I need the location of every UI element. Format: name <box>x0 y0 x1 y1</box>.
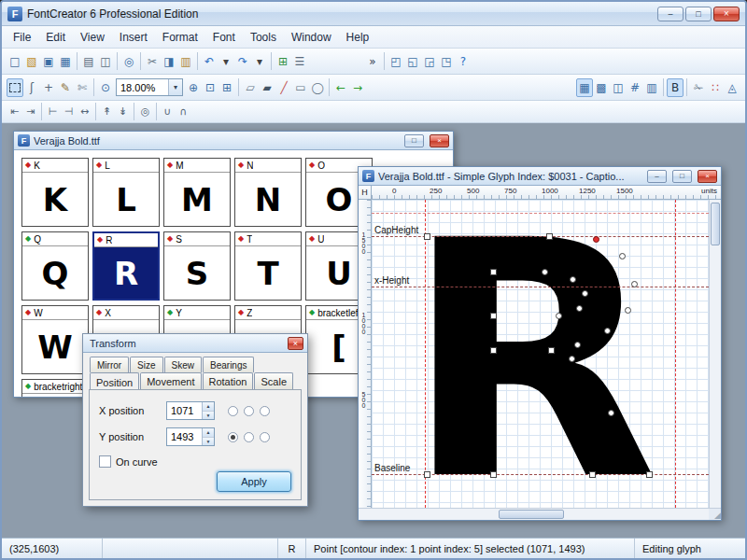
advance-width-button[interactable]: ↔ <box>77 104 92 119</box>
control-point[interactable] <box>556 313 562 319</box>
open-font-button[interactable]: ▧ <box>23 52 40 71</box>
chevron-down-icon[interactable]: ▾ <box>168 79 182 95</box>
tab-bearings[interactable]: Bearings <box>203 357 254 372</box>
guidelines-toggle-button[interactable]: ◫ <box>610 78 627 97</box>
fill-outline-toggle-button[interactable]: ▰ <box>259 78 275 97</box>
intersect-contours-button[interactable]: ∩ <box>176 104 191 119</box>
select-tool-button[interactable] <box>7 78 23 97</box>
resize-grip-icon[interactable]: ◢ <box>709 508 721 520</box>
tab-size[interactable]: Size <box>130 357 162 372</box>
glyph-outline[interactable]: R <box>404 200 658 508</box>
undo-button[interactable]: ↶ <box>201 52 218 71</box>
labels-toggle-button[interactable]: B <box>667 78 684 97</box>
anchor-radio[interactable] <box>260 432 270 442</box>
left-bearing-button[interactable]: ⊢ <box>45 104 61 119</box>
anchor-radio[interactable] <box>228 406 238 416</box>
window-cascade-button[interactable]: ◰ <box>388 52 404 71</box>
menu-format[interactable]: Format <box>155 28 205 47</box>
copy-button[interactable]: ◨ <box>161 52 177 71</box>
zoom-combo[interactable]: 18.00%▾ <box>116 78 183 96</box>
save-font-button[interactable]: ▣ <box>40 52 57 71</box>
draw-contour-tool-button[interactable]: ✎ <box>57 78 74 97</box>
menu-tools[interactable]: Tools <box>243 28 284 47</box>
tab-mirror[interactable]: Mirror <box>90 357 129 372</box>
anchor-radio[interactable] <box>228 432 238 442</box>
editor-title-bar[interactable]: F Verajja Bold.ttf - Simple Glyph Index:… <box>359 167 721 186</box>
control-point[interactable] <box>646 471 653 478</box>
move-down-button[interactable]: ↡ <box>115 104 131 119</box>
horizontal-scrollbar[interactable] <box>359 508 709 520</box>
menu-help[interactable]: Help <box>339 28 377 47</box>
control-point[interactable] <box>542 269 548 275</box>
control-point[interactable] <box>569 356 575 362</box>
maximize-button[interactable]: □ <box>685 7 712 21</box>
anchor-radio[interactable] <box>260 406 270 416</box>
glyph-properties-button[interactable]: ☰ <box>291 52 308 71</box>
minimize-button[interactable]: – <box>657 7 684 21</box>
vertical-scrollbar[interactable] <box>709 200 721 508</box>
tab-scale[interactable]: Scale <box>254 372 293 389</box>
control-point[interactable] <box>490 269 497 275</box>
menu-file[interactable]: File <box>6 28 38 47</box>
y-spin-down-icon[interactable]: ▼ <box>203 438 214 446</box>
control-point[interactable] <box>619 253 626 259</box>
zoom-glyph-button[interactable]: ⊞ <box>218 78 235 97</box>
print-preview-button[interactable]: ◫ <box>97 52 114 71</box>
transform-dialog[interactable]: Transform × MirrorSizeSkewBearings Posit… <box>82 333 308 507</box>
overview-title-bar[interactable]: F Verajja Bold.ttf □ × <box>14 132 453 150</box>
control-point[interactable] <box>625 307 631 314</box>
glyph-canvas[interactable]: R CapHeightx-HeightBaseline <box>372 200 709 508</box>
knife-tool-button[interactable]: ✄ <box>74 78 91 97</box>
glyph-cell[interactable]: ◆QQ <box>21 231 89 301</box>
undo-menu-button[interactable]: ▾ <box>218 52 234 71</box>
control-point[interactable] <box>631 281 638 287</box>
glyph-cell[interactable]: ◆MM <box>163 158 231 227</box>
control-point[interactable] <box>582 290 588 297</box>
glyph-cell[interactable]: ◆KK <box>21 158 89 227</box>
vertical-scrollbar-thumb[interactable] <box>711 203 720 245</box>
y-position-value[interactable]: 1493 <box>167 428 202 445</box>
menu-font[interactable]: Font <box>205 28 243 47</box>
editor-maximize-button[interactable]: □ <box>672 170 692 183</box>
control-point-selected[interactable] <box>593 236 599 243</box>
left-sidebearing-guide[interactable] <box>425 200 426 508</box>
previous-glyph-button[interactable]: ← <box>332 78 349 97</box>
close-button[interactable]: × <box>713 7 740 21</box>
zoom-tool-button[interactable]: ⊙ <box>97 78 114 97</box>
control-point[interactable] <box>608 410 614 416</box>
menu-view[interactable]: View <box>73 28 112 47</box>
control-point[interactable] <box>490 347 497 354</box>
cut-button[interactable]: ✂ <box>144 52 161 71</box>
right-sidebearing-guide[interactable] <box>675 200 676 508</box>
control-point[interactable] <box>424 471 430 478</box>
zoom-to-fit-button[interactable]: ⊡ <box>202 78 218 97</box>
x-spin-down-icon[interactable]: ▼ <box>203 412 214 420</box>
snap-to-grid-button[interactable]: # <box>627 78 643 97</box>
x-position-input[interactable]: 1071 ▲ ▼ <box>166 401 215 420</box>
panel-overview-button[interactable]: ◳ <box>438 52 455 71</box>
contour-mode-button[interactable]: ▱ <box>242 78 259 97</box>
tab-skew[interactable]: Skew <box>164 357 202 372</box>
zoom-in-button[interactable]: ⊕ <box>185 78 202 97</box>
contour-operations-button[interactable]: ◬ <box>724 78 740 97</box>
glyph-cell[interactable]: ◆WW <box>21 305 89 374</box>
menu-insert[interactable]: Insert <box>112 28 155 47</box>
more-buttons-button[interactable]: » <box>364 52 381 71</box>
right-bearing-button[interactable]: ⊣ <box>61 104 77 119</box>
glyph-cell[interactable]: ◆bracketright] <box>21 379 89 397</box>
y-position-input[interactable]: 1493 ▲ ▼ <box>166 427 215 446</box>
x-position-value[interactable]: 1071 <box>167 402 202 419</box>
dialog-close-button[interactable]: × <box>288 337 303 350</box>
dialog-title-bar[interactable]: Transform × <box>83 334 307 353</box>
paste-button[interactable]: ▥ <box>177 52 194 71</box>
move-up-button[interactable]: ↟ <box>99 104 115 119</box>
previous-glyph-small-button[interactable]: ⇤ <box>7 104 22 119</box>
control-point[interactable] <box>589 471 596 478</box>
x-spin-up-icon[interactable]: ▲ <box>203 402 214 412</box>
control-point[interactable] <box>490 471 497 478</box>
center-glyph-button[interactable]: ◎ <box>137 104 153 119</box>
metrics-toggle-button[interactable]: ▥ <box>643 78 660 97</box>
overview-maximize-button[interactable]: □ <box>404 134 424 147</box>
next-glyph-button[interactable]: → <box>349 78 366 97</box>
control-point[interactable] <box>548 347 555 354</box>
